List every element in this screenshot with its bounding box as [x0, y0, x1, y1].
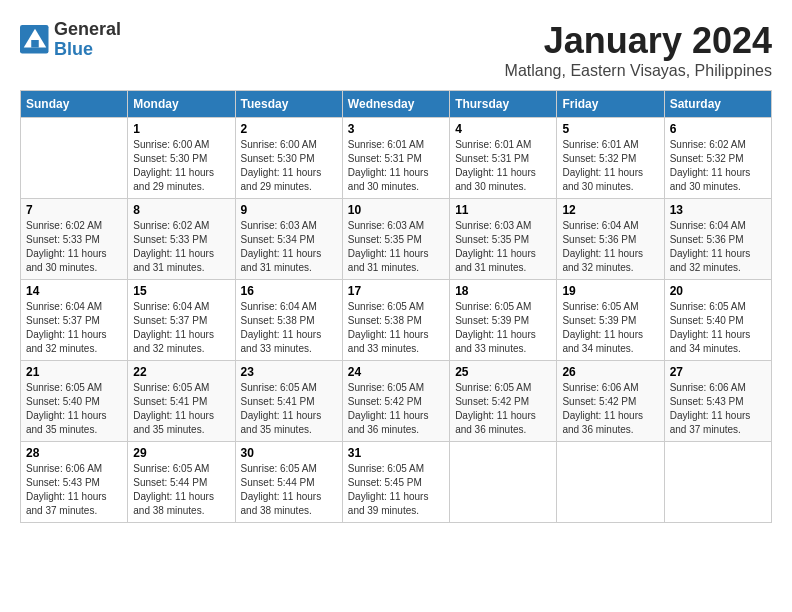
- day-info: Sunrise: 6:00 AMSunset: 5:30 PMDaylight:…: [241, 138, 337, 194]
- day-info: Sunrise: 6:04 AMSunset: 5:38 PMDaylight:…: [241, 300, 337, 356]
- calendar-cell: 14Sunrise: 6:04 AMSunset: 5:37 PMDayligh…: [21, 280, 128, 361]
- day-info: Sunrise: 6:05 AMSunset: 5:39 PMDaylight:…: [455, 300, 551, 356]
- day-info: Sunrise: 6:01 AMSunset: 5:32 PMDaylight:…: [562, 138, 658, 194]
- calendar-cell: 6Sunrise: 6:02 AMSunset: 5:32 PMDaylight…: [664, 118, 771, 199]
- calendar-cell: 16Sunrise: 6:04 AMSunset: 5:38 PMDayligh…: [235, 280, 342, 361]
- day-info: Sunrise: 6:01 AMSunset: 5:31 PMDaylight:…: [348, 138, 444, 194]
- calendar-cell: 19Sunrise: 6:05 AMSunset: 5:39 PMDayligh…: [557, 280, 664, 361]
- calendar-cell: 2Sunrise: 6:00 AMSunset: 5:30 PMDaylight…: [235, 118, 342, 199]
- calendar-cell: 25Sunrise: 6:05 AMSunset: 5:42 PMDayligh…: [450, 361, 557, 442]
- calendar-header-row: SundayMondayTuesdayWednesdayThursdayFrid…: [21, 91, 772, 118]
- day-info: Sunrise: 6:02 AMSunset: 5:33 PMDaylight:…: [133, 219, 229, 275]
- day-number: 23: [241, 365, 337, 379]
- day-info: Sunrise: 6:05 AMSunset: 5:40 PMDaylight:…: [670, 300, 766, 356]
- day-info: Sunrise: 6:06 AMSunset: 5:43 PMDaylight:…: [26, 462, 122, 518]
- day-number: 6: [670, 122, 766, 136]
- day-number: 20: [670, 284, 766, 298]
- calendar-cell: 10Sunrise: 6:03 AMSunset: 5:35 PMDayligh…: [342, 199, 449, 280]
- day-number: 13: [670, 203, 766, 217]
- day-number: 5: [562, 122, 658, 136]
- day-number: 22: [133, 365, 229, 379]
- day-number: 24: [348, 365, 444, 379]
- calendar-location: Matlang, Eastern Visayas, Philippines: [505, 62, 772, 80]
- header-saturday: Saturday: [664, 91, 771, 118]
- day-info: Sunrise: 6:05 AMSunset: 5:44 PMDaylight:…: [241, 462, 337, 518]
- day-number: 1: [133, 122, 229, 136]
- day-number: 10: [348, 203, 444, 217]
- calendar-cell: 29Sunrise: 6:05 AMSunset: 5:44 PMDayligh…: [128, 442, 235, 523]
- day-number: 17: [348, 284, 444, 298]
- day-number: 19: [562, 284, 658, 298]
- day-number: 31: [348, 446, 444, 460]
- day-info: Sunrise: 6:05 AMSunset: 5:45 PMDaylight:…: [348, 462, 444, 518]
- calendar-cell: 23Sunrise: 6:05 AMSunset: 5:41 PMDayligh…: [235, 361, 342, 442]
- day-number: 7: [26, 203, 122, 217]
- calendar-cell: 4Sunrise: 6:01 AMSunset: 5:31 PMDaylight…: [450, 118, 557, 199]
- calendar-cell: 15Sunrise: 6:04 AMSunset: 5:37 PMDayligh…: [128, 280, 235, 361]
- day-info: Sunrise: 6:03 AMSunset: 5:34 PMDaylight:…: [241, 219, 337, 275]
- day-info: Sunrise: 6:04 AMSunset: 5:37 PMDaylight:…: [133, 300, 229, 356]
- day-info: Sunrise: 6:04 AMSunset: 5:36 PMDaylight:…: [670, 219, 766, 275]
- day-info: Sunrise: 6:03 AMSunset: 5:35 PMDaylight:…: [455, 219, 551, 275]
- calendar-cell: 28Sunrise: 6:06 AMSunset: 5:43 PMDayligh…: [21, 442, 128, 523]
- calendar-cell: 30Sunrise: 6:05 AMSunset: 5:44 PMDayligh…: [235, 442, 342, 523]
- day-number: 25: [455, 365, 551, 379]
- day-number: 16: [241, 284, 337, 298]
- day-info: Sunrise: 6:05 AMSunset: 5:40 PMDaylight:…: [26, 381, 122, 437]
- calendar-cell: 26Sunrise: 6:06 AMSunset: 5:42 PMDayligh…: [557, 361, 664, 442]
- header-thursday: Thursday: [450, 91, 557, 118]
- calendar-cell: 18Sunrise: 6:05 AMSunset: 5:39 PMDayligh…: [450, 280, 557, 361]
- page-header: General Blue January 2024 Matlang, Easte…: [20, 20, 772, 80]
- day-number: 27: [670, 365, 766, 379]
- day-number: 4: [455, 122, 551, 136]
- day-info: Sunrise: 6:05 AMSunset: 5:44 PMDaylight:…: [133, 462, 229, 518]
- calendar-cell: 22Sunrise: 6:05 AMSunset: 5:41 PMDayligh…: [128, 361, 235, 442]
- calendar-cell: [450, 442, 557, 523]
- calendar-cell: [21, 118, 128, 199]
- calendar-cell: 13Sunrise: 6:04 AMSunset: 5:36 PMDayligh…: [664, 199, 771, 280]
- day-number: 2: [241, 122, 337, 136]
- calendar-cell: 17Sunrise: 6:05 AMSunset: 5:38 PMDayligh…: [342, 280, 449, 361]
- day-number: 18: [455, 284, 551, 298]
- title-block: January 2024 Matlang, Eastern Visayas, P…: [505, 20, 772, 80]
- day-info: Sunrise: 6:05 AMSunset: 5:42 PMDaylight:…: [455, 381, 551, 437]
- day-info: Sunrise: 6:05 AMSunset: 5:42 PMDaylight:…: [348, 381, 444, 437]
- day-info: Sunrise: 6:04 AMSunset: 5:36 PMDaylight:…: [562, 219, 658, 275]
- calendar-cell: 21Sunrise: 6:05 AMSunset: 5:40 PMDayligh…: [21, 361, 128, 442]
- logo-text: General Blue: [54, 20, 121, 60]
- day-number: 21: [26, 365, 122, 379]
- day-number: 15: [133, 284, 229, 298]
- day-number: 28: [26, 446, 122, 460]
- day-info: Sunrise: 6:05 AMSunset: 5:38 PMDaylight:…: [348, 300, 444, 356]
- day-info: Sunrise: 6:03 AMSunset: 5:35 PMDaylight:…: [348, 219, 444, 275]
- day-info: Sunrise: 6:05 AMSunset: 5:41 PMDaylight:…: [241, 381, 337, 437]
- day-info: Sunrise: 6:02 AMSunset: 5:33 PMDaylight:…: [26, 219, 122, 275]
- day-info: Sunrise: 6:06 AMSunset: 5:42 PMDaylight:…: [562, 381, 658, 437]
- calendar-cell: 3Sunrise: 6:01 AMSunset: 5:31 PMDaylight…: [342, 118, 449, 199]
- logo-icon: [20, 25, 50, 55]
- calendar-table: SundayMondayTuesdayWednesdayThursdayFrid…: [20, 90, 772, 523]
- day-number: 9: [241, 203, 337, 217]
- svg-rect-2: [31, 40, 39, 48]
- day-info: Sunrise: 6:05 AMSunset: 5:39 PMDaylight:…: [562, 300, 658, 356]
- calendar-cell: 8Sunrise: 6:02 AMSunset: 5:33 PMDaylight…: [128, 199, 235, 280]
- calendar-cell: 1Sunrise: 6:00 AMSunset: 5:30 PMDaylight…: [128, 118, 235, 199]
- calendar-cell: 24Sunrise: 6:05 AMSunset: 5:42 PMDayligh…: [342, 361, 449, 442]
- calendar-cell: 5Sunrise: 6:01 AMSunset: 5:32 PMDaylight…: [557, 118, 664, 199]
- calendar-week-2: 7Sunrise: 6:02 AMSunset: 5:33 PMDaylight…: [21, 199, 772, 280]
- day-number: 8: [133, 203, 229, 217]
- day-info: Sunrise: 6:05 AMSunset: 5:41 PMDaylight:…: [133, 381, 229, 437]
- header-tuesday: Tuesday: [235, 91, 342, 118]
- day-number: 3: [348, 122, 444, 136]
- header-wednesday: Wednesday: [342, 91, 449, 118]
- day-number: 30: [241, 446, 337, 460]
- day-number: 29: [133, 446, 229, 460]
- calendar-cell: 31Sunrise: 6:05 AMSunset: 5:45 PMDayligh…: [342, 442, 449, 523]
- calendar-cell: 11Sunrise: 6:03 AMSunset: 5:35 PMDayligh…: [450, 199, 557, 280]
- calendar-week-4: 21Sunrise: 6:05 AMSunset: 5:40 PMDayligh…: [21, 361, 772, 442]
- calendar-title: January 2024: [505, 20, 772, 62]
- header-monday: Monday: [128, 91, 235, 118]
- calendar-cell: 12Sunrise: 6:04 AMSunset: 5:36 PMDayligh…: [557, 199, 664, 280]
- day-number: 26: [562, 365, 658, 379]
- calendar-week-1: 1Sunrise: 6:00 AMSunset: 5:30 PMDaylight…: [21, 118, 772, 199]
